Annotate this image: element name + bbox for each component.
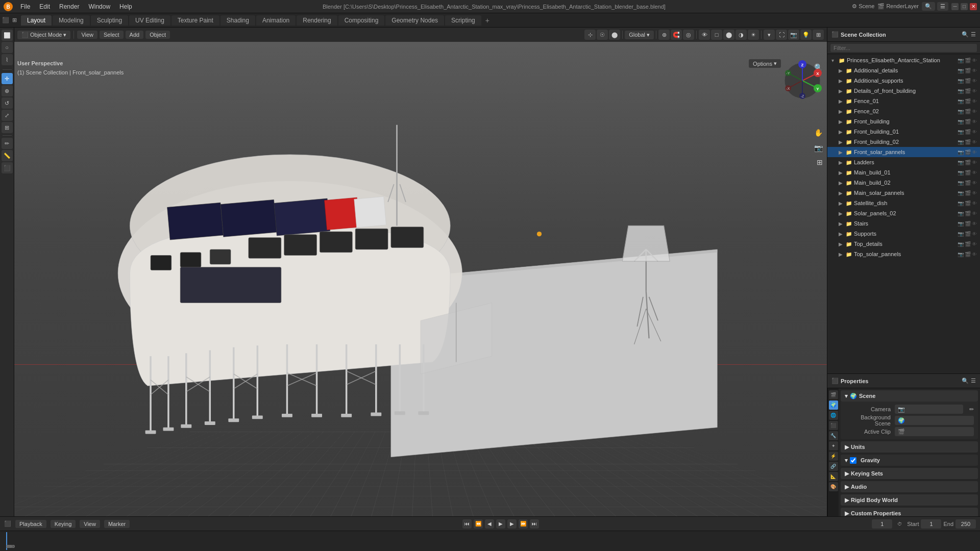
light-btn[interactable]: 💡 — [800, 30, 812, 40]
tree-item-top-details[interactable]: ▶ 📁 Top_details 📷 🎬 👁 — [827, 239, 980, 249]
item-icon-visible[interactable]: 👁 — [972, 98, 977, 104]
tree-item-princess-elisabeth-antarctic-station[interactable]: ▾ 📁 Princess_Elisabeth_Antarctic_Station… — [827, 55, 980, 65]
tab-sculpting[interactable]: Sculpting — [91, 15, 128, 26]
next-frame-btn[interactable]: ▶ — [507, 519, 517, 529]
viewport-search-btn[interactable]: 🔍 — [814, 63, 823, 71]
item-icon-visible[interactable]: 👁 — [972, 252, 977, 257]
tab-shading[interactable]: Shading — [220, 15, 255, 26]
item-icon-render[interactable]: 🎬 — [965, 119, 971, 124]
item-icon-camera[interactable]: 📷 — [958, 180, 964, 186]
object-mode-dropdown[interactable]: ⬛ Object Mode ▾ — [17, 31, 70, 39]
pivot-point-btn[interactable]: ⊛ — [658, 30, 670, 40]
item-icon-visible[interactable]: 👁 — [972, 149, 977, 155]
background-scene-value[interactable]: 🌍 — [895, 416, 974, 425]
item-icon-camera[interactable]: 📷 — [958, 252, 964, 257]
tree-item-top-solar-pannels[interactable]: ▶ 📁 Top_solar_pannels 📷 🎬 👁 — [827, 249, 980, 259]
prop-tab-particles[interactable]: ✦ — [829, 441, 838, 450]
tab-scripting[interactable]: Scripting — [445, 15, 481, 26]
proportional-btn[interactable]: ◎ — [683, 30, 694, 40]
keying-menu[interactable]: Keying — [51, 520, 76, 528]
toolbar-select-box[interactable]: ⬜ — [2, 30, 13, 41]
outliner-filter-icon[interactable]: ☰ — [971, 31, 976, 38]
play-btn[interactable]: ▶ — [496, 519, 505, 529]
scene-search[interactable]: 🔍 — [922, 2, 935, 11]
tab-texture-paint[interactable]: Texture Paint — [172, 15, 219, 26]
item-icon-camera[interactable]: 📷 — [958, 211, 964, 216]
item-icon-render[interactable]: 🎬 — [965, 231, 971, 237]
item-icon-visible[interactable]: 👁 — [972, 231, 977, 237]
item-icon-camera[interactable]: 📷 — [958, 149, 964, 155]
tree-item-additional-details[interactable]: ▶ 📁 Additional_details 📷 🎬 👁 — [827, 65, 980, 76]
item-icon-visible[interactable]: 👁 — [972, 58, 977, 63]
fullscreen-btn[interactable]: ⛶ — [776, 30, 787, 40]
item-icon-render[interactable]: 🎬 — [965, 221, 971, 227]
item-icon-visible[interactable]: 👁 — [972, 160, 977, 165]
marker-menu[interactable]: Marker — [104, 520, 130, 528]
toolbar-select-circle[interactable]: ○ — [2, 42, 13, 53]
item-icon-render[interactable]: 🎬 — [965, 139, 971, 145]
add-workspace-button[interactable]: + — [482, 15, 493, 26]
prop-tab-scene[interactable]: 🌍 — [829, 400, 838, 410]
render-overlay-btn[interactable]: 👁 — [699, 30, 710, 40]
prop-tab-world[interactable]: 🌐 — [829, 411, 838, 420]
toolbar-scale[interactable]: ⤢ — [2, 110, 13, 121]
camera-btn[interactable]: 📷 — [788, 30, 799, 40]
render-layer-selector[interactable]: 🎬 RenderLayer — [877, 3, 919, 10]
item-icon-visible[interactable]: 👁 — [972, 170, 977, 176]
item-icon-camera[interactable]: 📷 — [958, 241, 964, 247]
viewport-shading-wire[interactable]: □ — [711, 30, 722, 40]
item-icon-camera[interactable]: 📷 — [958, 170, 964, 176]
prop-tab-constraints[interactable]: 🔗 — [829, 462, 838, 471]
item-icon-camera[interactable]: 📷 — [958, 190, 964, 196]
tab-uv-editing[interactable]: UV Editing — [129, 15, 170, 26]
current-frame-display[interactable]: 1 — [872, 519, 892, 529]
jump-start-btn[interactable]: ⏮ — [462, 519, 472, 529]
tab-layout[interactable]: Layout — [21, 15, 52, 26]
toolbar-rotate[interactable]: ↺ — [2, 97, 13, 109]
item-icon-render[interactable]: 🎬 — [965, 109, 971, 114]
item-icon-render[interactable]: 🎬 — [965, 78, 971, 84]
prev-keyframe-btn[interactable]: ⏪ — [474, 519, 483, 529]
item-icon-camera[interactable]: 📷 — [958, 98, 964, 104]
viewport-shading-material[interactable]: ◑ — [736, 30, 747, 40]
tree-item-main-build-01[interactable]: ▶ 📁 Main_build_01 📷 🎬 👁 — [827, 167, 980, 178]
item-icon-visible[interactable]: 👁 — [972, 78, 977, 84]
item-icon-render[interactable]: 🎬 — [965, 252, 971, 257]
menu-help[interactable]: Help — [115, 2, 136, 11]
timeline-editor-icon[interactable]: ⬛ — [4, 520, 11, 527]
tree-item-supports[interactable]: ▶ 📁 Supports 📷 🎬 👁 — [827, 229, 980, 239]
prop-tab-render[interactable]: 🎬 — [829, 390, 838, 399]
item-icon-camera[interactable]: 📷 — [958, 58, 964, 63]
view-menu[interactable]: View — [77, 31, 97, 39]
toolbar-measure[interactable]: 📏 — [2, 150, 13, 161]
tab-animation[interactable]: Animation — [256, 15, 296, 26]
rigid-body-world-header[interactable]: ▶ Rigid Body World — [841, 494, 978, 506]
prop-tab-modifier[interactable]: 🔧 — [829, 431, 838, 440]
item-icon-camera[interactable]: 📷 — [958, 221, 964, 227]
tree-item-front-solar-pannels[interactable]: ▶ 📁 Front_solar_pannels 📷 🎬 👁 — [827, 147, 980, 157]
prop-tab-data[interactable]: 📐 — [829, 472, 838, 481]
editor-toggle[interactable]: ⊞ — [12, 17, 17, 23]
add-menu[interactable]: Add — [126, 31, 144, 39]
tree-item-front-building-01[interactable]: ▶ 📁 Front_building_01 📷 🎬 👁 — [827, 127, 980, 137]
viewport-icon-3[interactable]: ⬤ — [609, 30, 620, 40]
viewport-settings-btn[interactable]: ▾ — [764, 30, 775, 40]
tree-item-additional-supports[interactable]: ▶ 📁 Additional_supports 📷 🎬 👁 — [827, 76, 980, 86]
view-menu-tl[interactable]: View — [80, 520, 100, 528]
item-icon-render[interactable]: 🎬 — [965, 98, 971, 104]
item-icon-render[interactable]: 🎬 — [965, 88, 971, 94]
item-icon-render[interactable]: 🎬 — [965, 170, 971, 176]
toolbar-add-cube[interactable]: ⬛ — [2, 162, 13, 173]
item-icon-camera[interactable]: 📷 — [958, 68, 964, 73]
toolbar-select-lasso[interactable]: ⌇ — [2, 54, 13, 65]
viewport-icon-2[interactable]: ☉ — [597, 30, 608, 40]
item-icon-render[interactable]: 🎬 — [965, 58, 971, 63]
prop-tab-object[interactable]: ⬛ — [829, 421, 838, 430]
scene-section-header[interactable]: ▾ 🌍 Scene — [841, 390, 978, 402]
menu-render[interactable]: Render — [55, 2, 83, 11]
properties-editor-icon[interactable]: ⬛ — [831, 378, 839, 384]
menu-window[interactable]: Window — [84, 2, 114, 11]
end-frame-input[interactable]: 250 — [955, 519, 976, 529]
item-icon-visible[interactable]: 👁 — [972, 241, 977, 247]
item-icon-camera[interactable]: 📷 — [958, 78, 964, 84]
